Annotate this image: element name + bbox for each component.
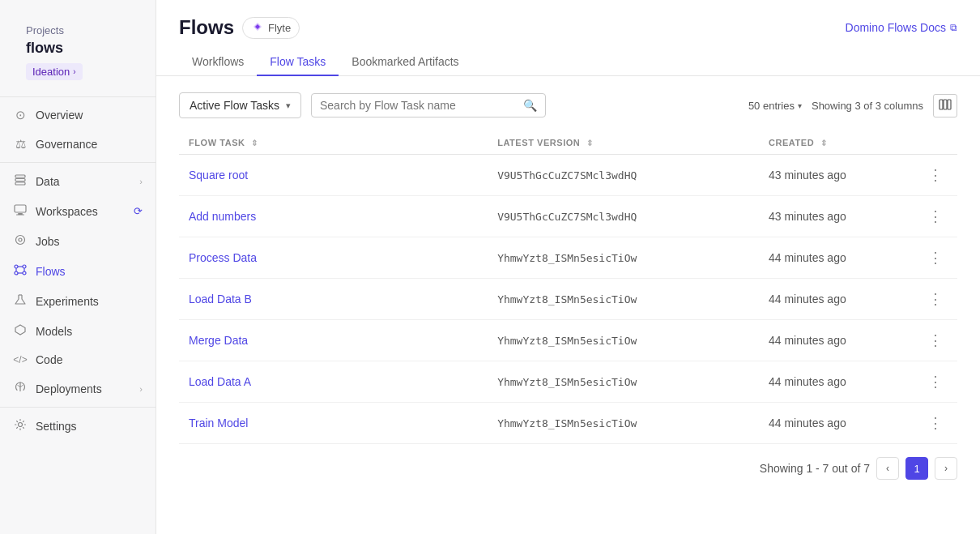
- external-link-icon: ⧉: [950, 22, 957, 33]
- sort-icon-created: ⇕: [820, 139, 828, 147]
- svg-point-6: [16, 236, 25, 245]
- svg-point-10: [15, 271, 18, 275]
- models-icon: [13, 323, 28, 339]
- time-text-1: 43 minutes ago: [769, 210, 846, 223]
- created-cell-2: 44 minutes ago: [759, 237, 914, 279]
- col-header-latest-version[interactable]: Latest Version ⇕: [488, 131, 759, 155]
- table-row: Load Data A YhmwYzt8_ISMn5esicTiOw 44 mi…: [179, 361, 957, 403]
- more-button-3[interactable]: ⋮: [923, 288, 948, 310]
- version-text-2: YhmwYzt8_ISMn5esicTiOw: [497, 252, 637, 264]
- sidebar-item-data[interactable]: Data ›: [0, 166, 156, 196]
- more-button-1[interactable]: ⋮: [923, 206, 948, 227]
- sidebar-item-label: Workspaces: [36, 205, 98, 218]
- refresh-icon: ⟳: [134, 205, 143, 217]
- breadcrumb[interactable]: Ideation ›: [26, 63, 83, 80]
- table-row: Merge Data YhmwYzt8_ISMn5esicTiOw 44 min…: [179, 320, 957, 361]
- sidebar-item-deployments[interactable]: Deployments ›: [0, 374, 156, 404]
- version-text-0: V9U5ThGcCuZC7SMcl3wdHQ: [497, 169, 637, 182]
- flow-task-link-6[interactable]: Train Model: [189, 417, 248, 429]
- task-cell-0: Square root: [179, 155, 488, 196]
- sidebar-item-code[interactable]: </> Code: [0, 346, 156, 374]
- flow-task-link-4[interactable]: Merge Data: [189, 334, 248, 347]
- sidebar-item-overview[interactable]: ⊙ Overview: [0, 100, 156, 130]
- entries-selector[interactable]: 50 entries ▾: [748, 100, 802, 112]
- sidebar: Projects flows Ideation › ⊙ Overview ⚖ G…: [0, 0, 156, 534]
- search-input[interactable]: [320, 99, 518, 112]
- svg-point-8: [15, 265, 18, 268]
- task-cell-1: Add numbers: [179, 196, 488, 237]
- pagination-page-1[interactable]: 1: [905, 457, 928, 480]
- task-cell-5: Load Data A: [179, 361, 488, 403]
- main-content: Flows Flyte Domino Flows Docs ⧉ Workflow…: [156, 0, 980, 534]
- sidebar-item-flows[interactable]: Flows: [0, 256, 156, 286]
- version-cell-2: YhmwYzt8_ISMn5esicTiOw: [488, 237, 759, 279]
- svg-point-9: [23, 265, 26, 268]
- col-header-created[interactable]: Created ⇕: [759, 131, 914, 155]
- docs-link-label: Domino Flows Docs: [846, 21, 946, 34]
- time-text-3: 44 minutes ago: [769, 293, 846, 305]
- actions-cell-2: ⋮: [914, 237, 957, 279]
- sidebar-item-label: Code: [36, 353, 62, 366]
- svg-rect-3: [15, 205, 26, 212]
- showing-text: Showing 1 - 7 out of 7: [760, 462, 870, 475]
- created-cell-3: 44 minutes ago: [759, 279, 914, 320]
- version-cell-3: YhmwYzt8_ISMn5esicTiOw: [488, 279, 759, 320]
- flow-task-link-2[interactable]: Process Data: [189, 251, 257, 264]
- columns-toggle-button[interactable]: [933, 94, 957, 117]
- tab-workflows[interactable]: Workflows: [179, 49, 257, 76]
- flyte-label: Flyte: [268, 22, 291, 34]
- task-cell-2: Process Data: [179, 237, 488, 279]
- created-cell-6: 44 minutes ago: [759, 403, 914, 444]
- sort-icon-flow-task: ⇕: [251, 139, 258, 147]
- deployments-arrow-icon: ›: [139, 384, 143, 394]
- svg-rect-5: [16, 215, 24, 216]
- sidebar-item-settings[interactable]: Settings: [0, 411, 156, 441]
- tabs-bar: Workflows Flow Tasks Bookmarked Artifact…: [156, 39, 980, 76]
- table-row: Process Data YhmwYzt8_ISMn5esicTiOw 44 m…: [179, 237, 957, 279]
- table-row: Square root V9U5ThGcCuZC7SMcl3wdHQ 43 mi…: [179, 155, 957, 196]
- filter-label: Active Flow Tasks: [190, 99, 279, 112]
- more-button-0[interactable]: ⋮: [923, 164, 948, 186]
- actions-cell-3: ⋮: [914, 279, 957, 320]
- svg-rect-0: [15, 175, 25, 177]
- flow-task-link-0[interactable]: Square root: [189, 169, 248, 182]
- sidebar-item-jobs[interactable]: Jobs: [0, 226, 156, 256]
- svg-point-7: [19, 238, 22, 241]
- flow-task-link-5[interactable]: Load Data A: [189, 375, 251, 388]
- more-button-4[interactable]: ⋮: [923, 330, 948, 351]
- sidebar-item-label: Settings: [36, 420, 77, 433]
- version-cell-6: YhmwYzt8_ISMn5esicTiOw: [488, 403, 759, 444]
- dropdown-arrow-icon: ▾: [286, 100, 291, 111]
- svg-marker-17: [15, 325, 25, 335]
- more-button-2[interactable]: ⋮: [923, 247, 948, 268]
- entries-count: 50 entries: [748, 100, 795, 112]
- actions-cell-0: ⋮: [914, 155, 957, 196]
- sidebar-item-workspaces[interactable]: Workspaces ⟳: [0, 196, 156, 226]
- flow-tasks-table: Flow Task ⇕ Latest Version ⇕ Created ⇕: [179, 131, 957, 444]
- pagination-next-button[interactable]: ›: [935, 457, 957, 480]
- sidebar-item-governance[interactable]: ⚖ Governance: [0, 130, 156, 159]
- docs-link[interactable]: Domino Flows Docs ⧉: [846, 21, 957, 34]
- flow-task-link-1[interactable]: Add numbers: [189, 210, 256, 223]
- experiments-icon: [13, 293, 28, 309]
- table-row: Train Model YhmwYzt8_ISMn5esicTiOw 44 mi…: [179, 403, 957, 444]
- task-cell-6: Train Model: [179, 403, 488, 444]
- tab-bookmarked-artifacts[interactable]: Bookmarked Artifacts: [339, 49, 471, 76]
- col-header-flow-task[interactable]: Flow Task ⇕: [179, 131, 488, 155]
- sidebar-item-experiments[interactable]: Experiments: [0, 286, 156, 316]
- sidebar-item-models[interactable]: Models: [0, 316, 156, 346]
- search-box[interactable]: 🔍: [311, 93, 546, 117]
- more-button-6[interactable]: ⋮: [923, 412, 948, 434]
- pagination-prev-button[interactable]: ‹: [876, 457, 899, 480]
- columns-info: Showing 3 of 3 columns: [812, 100, 923, 112]
- governance-icon: ⚖: [13, 137, 28, 152]
- actions-cell-5: ⋮: [914, 361, 957, 403]
- svg-rect-22: [948, 100, 951, 109]
- created-cell-1: 43 minutes ago: [759, 196, 914, 237]
- tab-flow-tasks[interactable]: Flow Tasks: [257, 49, 339, 76]
- flow-task-link-3[interactable]: Load Data B: [189, 293, 252, 305]
- svg-rect-20: [940, 100, 943, 109]
- more-button-5[interactable]: ⋮: [923, 371, 948, 392]
- filter-dropdown[interactable]: Active Flow Tasks ▾: [179, 92, 301, 118]
- svg-rect-2: [15, 182, 25, 185]
